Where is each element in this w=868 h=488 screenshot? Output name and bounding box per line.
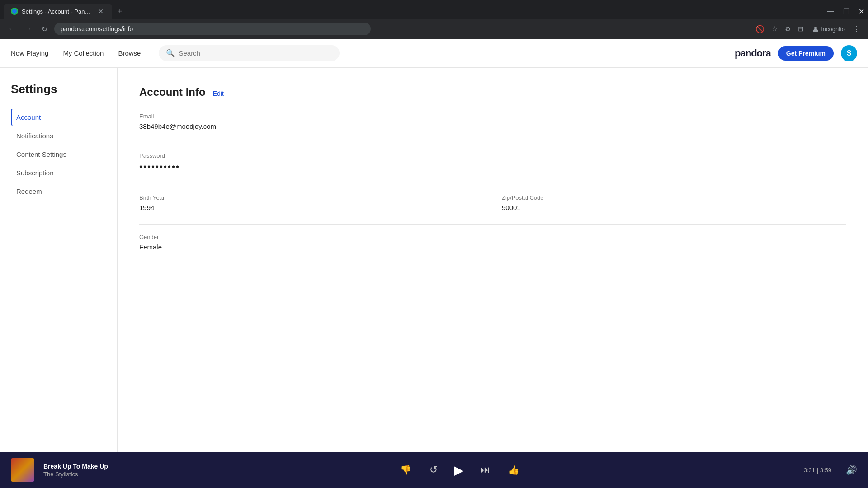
address-bar[interactable]: pandora.com/settings/info [54,23,371,35]
email-field: Email 38b49b4e@moodjoy.com [139,113,846,130]
thumbs-down-button[interactable]: 👎 [398,463,413,477]
nav-now-playing[interactable]: Now Playing [11,49,48,57]
main-layout: Settings Account Notifications Content S… [0,68,868,474]
toolbar-actions: 🚫 ☆ ⚙ ⊟ Incognito ⋮ [753,23,863,35]
gender-field: Gender Female [139,234,846,251]
sidebar-item-redeem[interactable]: Redeem [11,183,106,200]
settings-title: Settings [11,82,106,96]
address-text: pandora.com/settings/info [61,25,133,33]
divider-1 [139,143,846,143]
sidebar-item-account[interactable]: Account [11,109,106,126]
email-value: 38b49b4e@moodjoy.com [139,122,846,130]
zip-value: 90001 [502,204,846,211]
browser-chrome: Settings - Account - Pandora ✕ + — ❐ ✕ ←… [0,0,868,39]
zip-label: Zip/Postal Code [502,194,846,201]
sidebar-item-content-settings[interactable]: Content Settings [11,146,106,163]
search-icon: 🔍 [166,49,175,57]
bookmark-icon[interactable]: ☆ [769,23,780,35]
sidebar-nav: Account Notifications Content Settings S… [11,109,106,200]
svg-point-0 [12,9,17,14]
nav-browse[interactable]: Browse [118,49,141,57]
tab-title: Settings - Account - Pandora [22,8,93,15]
password-label: Password [139,152,846,159]
skip-button[interactable]: ⏭ [478,462,492,478]
eyeslash-icon[interactable]: 🚫 [753,23,767,35]
birth-zip-row: Birth Year 1994 Zip/Postal Code 90001 [139,194,846,211]
album-art [11,458,34,482]
page-header: Account Info Edit [139,86,846,99]
password-value: •••••••••• [139,162,846,172]
time-total: 3:59 [820,467,831,474]
content-area: Account Info Edit Email 38b49b4e@moodjoy… [118,68,868,474]
zip-field: Zip/Postal Code 90001 [502,194,846,211]
cast-icon[interactable]: ⊟ [795,23,807,35]
player-controls: 👎 ↺ ▶ ⏭ 👍 [125,462,795,478]
divider-2 [139,185,846,185]
sidebar-item-notifications[interactable]: Notifications [11,127,106,144]
get-premium-button[interactable]: Get Premium [778,46,834,61]
window-controls: — ❐ ✕ [823,5,868,18]
sidebar-item-subscription[interactable]: Subscription [11,164,106,181]
time-display: 3:31 | 3:59 [804,467,831,474]
album-art-image [11,458,34,482]
search-bar: 🔍 [159,45,340,61]
play-button[interactable]: ▶ [454,463,464,478]
main-nav: Now Playing My Collection Browse [11,49,141,57]
app-header: Now Playing My Collection Browse 🔍 pando… [0,39,868,68]
birth-year-field: Birth Year 1994 [139,194,484,211]
email-label: Email [139,113,846,120]
browser-toolbar: ← → ↻ pandora.com/settings/info 🚫 ☆ ⚙ ⊟ … [0,19,868,39]
password-field: Password •••••••••• [139,152,846,172]
time-current: 3:31 [804,467,815,474]
time-separator: | [817,467,820,474]
reload-button[interactable]: ↻ [38,23,51,35]
track-name: Break Up To Make Up [43,463,116,470]
more-button[interactable]: ⋮ [850,23,863,35]
nav-my-collection[interactable]: My Collection [63,49,104,57]
tab-bar: Settings - Account - Pandora ✕ + — ❐ ✕ [0,0,868,19]
now-playing-bar: Break Up To Make Up The Stylistics 👎 ↺ ▶… [0,452,868,488]
gender-value: Female [139,243,846,251]
close-button[interactable]: ✕ [855,5,868,18]
page-title: Account Info [139,86,206,99]
header-right: pandora Get Premium S [735,45,857,61]
gender-label: Gender [139,234,846,240]
extensions-icon[interactable]: ⚙ [782,23,793,35]
track-artist: The Stylistics [43,471,116,478]
divider-3 [139,224,846,225]
birth-year-label: Birth Year [139,194,484,201]
thumbs-up-button[interactable]: 👍 [506,463,521,477]
track-info: Break Up To Make Up The Stylistics [43,463,116,478]
replay-button[interactable]: ↺ [428,462,439,478]
pandora-logo: pandora [735,47,771,59]
forward-button[interactable]: → [22,23,34,35]
maximize-button[interactable]: ❐ [840,5,853,18]
edit-link[interactable]: Edit [213,90,224,97]
settings-sidebar: Settings Account Notifications Content S… [0,68,118,474]
user-avatar[interactable]: S [841,45,857,61]
email-section: Email 38b49b4e@moodjoy.com [139,113,846,130]
new-tab-button[interactable]: + [114,5,126,18]
tab-close-button[interactable]: ✕ [97,7,105,15]
password-section: Password •••••••••• [139,152,846,172]
tab-favicon [11,8,18,15]
incognito-label: Incognito [821,26,845,33]
incognito-icon [812,25,819,33]
search-input[interactable] [179,49,332,57]
minimize-button[interactable]: — [823,5,838,17]
birth-year-value: 1994 [139,204,484,211]
back-button[interactable]: ← [5,23,18,35]
volume-button[interactable]: 🔊 [846,465,857,475]
gender-section: Gender Female [139,234,846,251]
incognito-indicator[interactable]: Incognito [808,23,849,34]
search-input-wrap[interactable]: 🔍 [159,45,340,61]
active-tab[interactable]: Settings - Account - Pandora ✕ [4,4,112,19]
